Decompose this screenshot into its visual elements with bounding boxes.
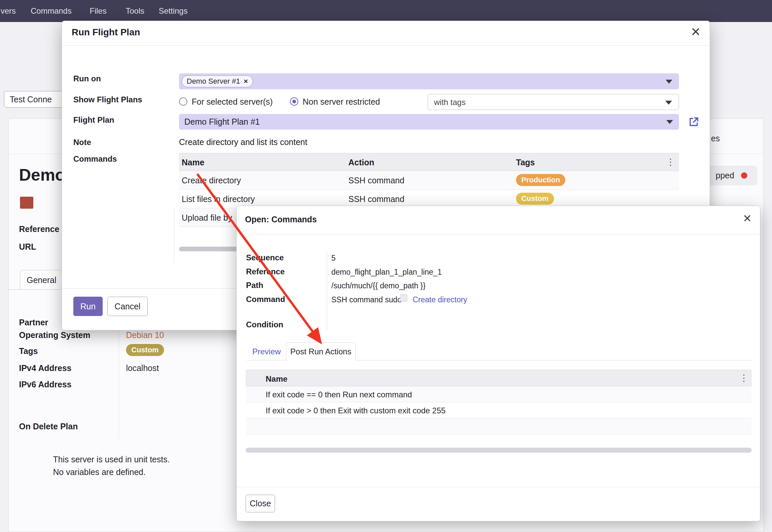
variables-note: No variables are defined. bbox=[53, 467, 146, 477]
show-flight-plans-label: Show Flight Plans bbox=[73, 95, 142, 105]
modal-header: Run Flight Plan × bbox=[62, 21, 710, 46]
menu-item-commands[interactable]: Commands bbox=[31, 0, 72, 22]
table-header-row: Name Action Tags ⋮ bbox=[179, 153, 679, 171]
flight-plan-value: Demo Flight Plan #1 bbox=[184, 117, 260, 127]
row-name: If exit code > 0 then Exit with custom e… bbox=[266, 406, 446, 415]
divider bbox=[174, 208, 174, 263]
condition-label: Condition bbox=[246, 320, 283, 330]
row-name: Upload file by bbox=[182, 213, 232, 223]
divider bbox=[237, 487, 760, 487]
col-name[interactable]: Name bbox=[182, 157, 204, 167]
radio-non-server-restricted-label[interactable]: Non server restricted bbox=[303, 97, 380, 107]
horizontal-scrollbar[interactable] bbox=[246, 448, 752, 453]
tag-badge-production: Production bbox=[516, 174, 565, 186]
partner-label: Partner bbox=[19, 317, 48, 327]
operating-system-label: Operating System bbox=[19, 330, 90, 340]
close-icon[interactable]: × bbox=[743, 211, 751, 225]
row-action: SSH command bbox=[348, 175, 404, 185]
row-name: Create directory bbox=[182, 175, 241, 185]
post-run-actions-table: Name ⋮ If exit code == 0 then Run next c… bbox=[246, 370, 752, 434]
chip-remove-icon[interactable]: ✕ bbox=[243, 78, 248, 85]
command-label: Command bbox=[246, 294, 285, 304]
commands-label: Commands bbox=[73, 154, 117, 164]
cancel-button[interactable]: Cancel bbox=[107, 297, 148, 316]
flight-plan-select[interactable]: Demo Flight Plan #1 bbox=[179, 114, 679, 130]
status-badge-label: pped bbox=[716, 171, 734, 180]
tab-post-run-actions[interactable]: Post Run Actions bbox=[286, 342, 356, 361]
table-header-row: Name ⋮ bbox=[246, 370, 752, 386]
menu-item-files[interactable]: Files bbox=[90, 0, 107, 22]
page-title: Demo bbox=[19, 165, 65, 185]
reference-label: Reference bbox=[19, 224, 59, 234]
create-directory-link[interactable]: Create directory bbox=[413, 295, 467, 304]
sequence-label: Sequence bbox=[246, 253, 284, 263]
ipv6-label: IPv6 Address bbox=[19, 379, 71, 389]
modal-title: Run Flight Plan bbox=[72, 27, 140, 38]
chevron-down-icon bbox=[666, 120, 673, 124]
kebab-menu-icon[interactable]: ⋮ bbox=[739, 373, 748, 383]
table-row[interactable]: If exit code > 0 then Exit with custom e… bbox=[246, 402, 752, 418]
modal-title: Open: Commands bbox=[245, 215, 317, 224]
tag-badge-custom: Custom bbox=[126, 344, 164, 356]
row-name: If exit code == 0 then Run next command bbox=[266, 390, 412, 399]
menu-item-tools[interactable]: Tools bbox=[126, 0, 144, 22]
server-chip[interactable]: Demo Server #1 ✕ bbox=[182, 75, 253, 87]
table-row[interactable]: Create directory SSH command Production bbox=[179, 171, 679, 190]
unit-test-note: This server is used in unit tests. bbox=[53, 454, 170, 464]
screen: vers Commands Files Tools Settings Test … bbox=[0, 0, 772, 532]
operating-system-value[interactable]: Debian 10 bbox=[126, 330, 164, 340]
table-row[interactable]: If exit code == 0 then Run next command bbox=[246, 386, 752, 402]
col-name[interactable]: Name bbox=[266, 374, 287, 384]
tab-general[interactable]: General bbox=[20, 270, 63, 290]
with-tags-select[interactable]: with tags bbox=[428, 94, 679, 110]
path-value: /such/much/{{ demo_path }} bbox=[331, 281, 426, 290]
ipv4-label: IPv4 Address bbox=[19, 363, 71, 373]
url-label: URL bbox=[19, 242, 36, 252]
close-button[interactable]: Close bbox=[246, 495, 275, 512]
status-dot-icon bbox=[741, 172, 747, 179]
reference-value: demo_flight_plan_1_plan_line_1 bbox=[331, 267, 442, 277]
radio-non-server-restricted[interactable] bbox=[290, 97, 298, 106]
radio-selected-servers[interactable] bbox=[179, 97, 187, 106]
flight-plan-label: Flight Plan bbox=[73, 115, 114, 125]
tag-badge-custom: Custom bbox=[516, 193, 554, 205]
external-link-icon[interactable] bbox=[688, 116, 700, 128]
run-on-label: Run on bbox=[73, 74, 101, 84]
tab-preview[interactable]: Preview bbox=[252, 347, 281, 356]
plan-description: Create directory and list its content bbox=[179, 137, 307, 147]
note-label: Note bbox=[73, 137, 91, 147]
reference-label: Reference bbox=[246, 267, 285, 277]
topbar: vers Commands Files Tools Settings bbox=[0, 0, 772, 22]
ipv4-value: localhost bbox=[126, 363, 159, 373]
col-action[interactable]: Action bbox=[348, 157, 374, 167]
command-value: SSH command sudo bbox=[331, 295, 402, 304]
sequence-value: 5 bbox=[331, 253, 336, 263]
row-action: SSH command bbox=[348, 194, 404, 204]
color-swatch[interactable] bbox=[20, 197, 33, 209]
table-row-empty bbox=[246, 418, 752, 434]
run-button[interactable]: Run bbox=[73, 297, 103, 316]
col-tags[interactable]: Tags bbox=[516, 157, 535, 167]
menu-item-servers[interactable]: vers bbox=[1, 0, 16, 22]
tags-label: Tags bbox=[19, 346, 38, 356]
row-name: List files in directory bbox=[182, 194, 255, 204]
divider bbox=[327, 251, 327, 331]
open-commands-modal: Open: Commands × Sequence Reference Path… bbox=[236, 206, 760, 521]
modal-header: Open: Commands × bbox=[237, 206, 760, 234]
kebab-menu-icon[interactable]: ⋮ bbox=[666, 157, 675, 167]
chevron-down-icon bbox=[666, 80, 672, 84]
close-icon[interactable]: × bbox=[691, 24, 700, 40]
menu-item-settings[interactable]: Settings bbox=[159, 0, 188, 22]
radio-selected-servers-label[interactable]: For selected server(s) bbox=[192, 97, 273, 107]
chevron-down-icon bbox=[665, 101, 672, 105]
header-text-fragment: es bbox=[711, 133, 720, 143]
path-label: Path bbox=[246, 280, 263, 290]
server-chip-label: Demo Server #1 bbox=[187, 77, 240, 86]
create-directory-checkbox[interactable] bbox=[400, 294, 407, 302]
with-tags-value: with tags bbox=[434, 98, 466, 107]
run-on-select[interactable]: Demo Server #1 ✕ bbox=[179, 73, 679, 89]
on-delete-plan-label: On Delete Plan bbox=[19, 421, 78, 431]
divider bbox=[119, 315, 119, 439]
